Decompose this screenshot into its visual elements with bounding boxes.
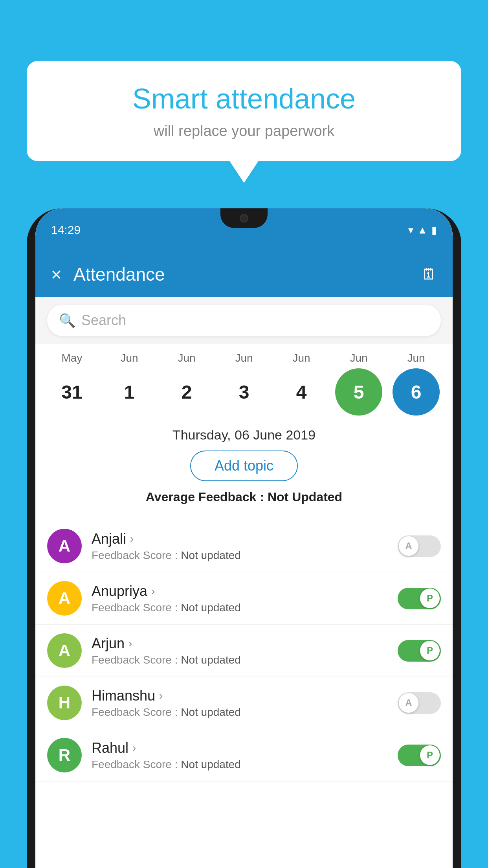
student-name: Anupriya › [92, 583, 388, 600]
status-time: 14:29 [51, 223, 81, 237]
avatar: H [47, 686, 82, 720]
feedback-score: Feedback Score : Not updated [92, 654, 388, 666]
status-icons: ▾ ▲ ▮ [408, 224, 437, 236]
camera-icon [240, 214, 248, 223]
month-5: Jun [335, 352, 382, 364]
avatar: A [47, 633, 82, 668]
student-name: Arjun › [92, 635, 388, 652]
search-placeholder: Search [81, 312, 126, 329]
bubble-subtitle: will replace your paperwork [50, 123, 438, 140]
add-topic-button[interactable]: Add topic [190, 451, 298, 481]
attendance-toggle[interactable]: P [398, 745, 441, 766]
student-row[interactable]: HHimanshu ›Feedback Score : Not updatedA [35, 677, 453, 729]
feedback-score: Feedback Score : Not updated [92, 601, 388, 614]
battery-icon: ▮ [431, 224, 437, 236]
feedback-score: Feedback Score : Not updated [92, 758, 388, 771]
dates-row: 31 1 2 3 4 5 6 [43, 368, 445, 416]
student-info: Anupriya ›Feedback Score : Not updated [92, 583, 388, 614]
toggle-knob: A [399, 536, 418, 556]
month-6: Jun [393, 352, 440, 364]
content-area: Thursday, 06 June 2019 Add topic Average… [35, 419, 453, 520]
chevron-icon: › [159, 690, 163, 702]
feedback-score: Feedback Score : Not updated [92, 549, 388, 562]
date-5-today[interactable]: 5 [335, 368, 382, 416]
average-feedback: Average Feedback : Not Updated [47, 490, 441, 504]
app-bar-title: Attendance [73, 264, 409, 285]
student-info: Anjali ›Feedback Score : Not updated [92, 531, 388, 562]
attendance-toggle[interactable]: A [398, 692, 441, 714]
month-0: May [48, 352, 95, 364]
chevron-icon: › [128, 637, 132, 650]
student-row[interactable]: RRahul ›Feedback Score : Not updatedP [35, 729, 453, 782]
search-bar-container: 🔍 Search [35, 297, 453, 344]
student-info: Rahul ›Feedback Score : Not updated [92, 740, 388, 771]
attendance-toggle[interactable]: P [398, 588, 441, 609]
selected-date: Thursday, 06 June 2019 [47, 427, 441, 443]
phone-frame: 14:29 ▾ ▲ ▮ × Attendance 🗓 🔍 Search [27, 208, 461, 868]
months-row: May Jun Jun Jun Jun Jun Jun [43, 352, 445, 364]
date-1[interactable]: 1 [106, 368, 153, 416]
calendar-button[interactable]: 🗓 [421, 265, 437, 283]
bubble-title: Smart attendance [50, 83, 438, 115]
chevron-icon: › [130, 533, 134, 545]
chevron-icon: › [132, 742, 136, 754]
chevron-icon: › [151, 585, 155, 598]
signal-icon: ▲ [417, 224, 427, 236]
toggle-knob: P [420, 588, 440, 608]
student-row[interactable]: AArjun ›Feedback Score : Not updatedP [35, 625, 453, 677]
avatar: R [47, 738, 82, 772]
wifi-icon: ▾ [408, 224, 413, 236]
phone-screen: 14:29 ▾ ▲ ▮ × Attendance 🗓 🔍 Search [35, 208, 453, 868]
month-1: Jun [106, 352, 153, 364]
calendar-strip: May Jun Jun Jun Jun Jun Jun 31 1 2 3 4 5… [35, 344, 453, 419]
date-4[interactable]: 4 [278, 368, 325, 416]
app-bar: × Attendance 🗓 [35, 252, 453, 297]
status-bar: 14:29 ▾ ▲ ▮ [35, 208, 453, 252]
toggle-knob: P [420, 745, 440, 765]
month-4: Jun [278, 352, 325, 364]
avg-feedback-value: Not Updated [268, 490, 342, 504]
avatar: A [47, 581, 82, 616]
speech-bubble-container: Smart attendance will replace your paper… [27, 61, 461, 161]
date-2[interactable]: 2 [163, 368, 210, 416]
toggle-knob: A [399, 693, 418, 713]
attendance-toggle[interactable]: A [398, 535, 441, 557]
student-row[interactable]: AAnjali ›Feedback Score : Not updatedA [35, 520, 453, 572]
student-name: Rahul › [92, 740, 388, 756]
toggle-knob: P [420, 641, 440, 660]
search-icon: 🔍 [59, 313, 75, 328]
avatar: A [47, 529, 82, 563]
student-list: AAnjali ›Feedback Score : Not updatedAAA… [35, 520, 453, 782]
feedback-score: Feedback Score : Not updated [92, 706, 388, 719]
speech-bubble: Smart attendance will replace your paper… [27, 61, 461, 161]
avg-feedback-label: Average Feedback : [146, 490, 268, 504]
search-bar[interactable]: 🔍 Search [47, 305, 441, 336]
month-2: Jun [163, 352, 210, 364]
date-6-selected[interactable]: 6 [393, 368, 440, 416]
close-button[interactable]: × [51, 264, 62, 285]
date-31[interactable]: 31 [48, 368, 95, 416]
notch-cutout [220, 208, 268, 228]
student-row[interactable]: AAnupriya ›Feedback Score : Not updatedP [35, 572, 453, 625]
student-info: Arjun ›Feedback Score : Not updated [92, 635, 388, 666]
student-name: Anjali › [92, 531, 388, 547]
date-3[interactable]: 3 [220, 368, 268, 416]
month-3: Jun [220, 352, 268, 364]
student-name: Himanshu › [92, 688, 388, 704]
student-info: Himanshu ›Feedback Score : Not updated [92, 688, 388, 719]
attendance-toggle[interactable]: P [398, 640, 441, 662]
